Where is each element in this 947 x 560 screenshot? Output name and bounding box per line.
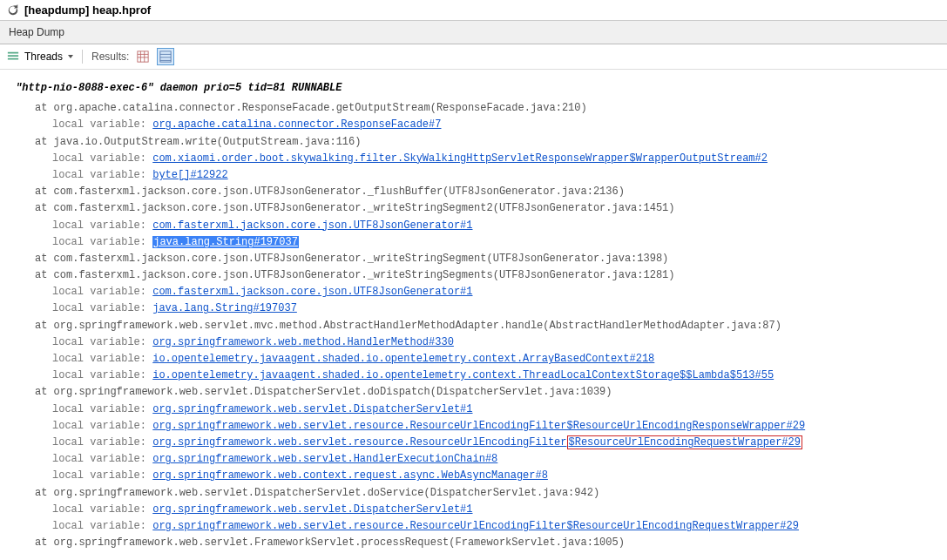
local-label: local variable: xyxy=(52,236,152,248)
object-link[interactable]: com.xiaomi.order.boot.skywalking.filter.… xyxy=(152,152,768,165)
local-variable: local variable: com.fasterxml.jackson.co… xyxy=(16,218,940,234)
svg-rect-0 xyxy=(8,52,18,54)
separator xyxy=(82,50,83,64)
local-variable: local variable: byte[]#12922 xyxy=(16,167,940,184)
chevron-down-icon xyxy=(68,55,73,58)
stack-frame: at com.fasterxml.jackson.core.json.UTF8J… xyxy=(16,200,940,217)
local-variable: local variable: org.springframework.web.… xyxy=(16,435,940,451)
local-variable: local variable: org.springframework.web.… xyxy=(16,418,940,435)
local-variable: local variable: org.springframework.web.… xyxy=(16,518,940,535)
object-link[interactable]: org.apache.catalina.connector.ResponseFa… xyxy=(152,118,441,131)
stack-frame: at org.springframework.web.servlet.Frame… xyxy=(16,535,940,551)
local-variable: local variable: com.xiaomi.order.boot.sk… xyxy=(16,151,940,167)
object-link[interactable]: org.springframework.web.servlet.resource… xyxy=(152,520,799,532)
toolbar: Threads Results: xyxy=(0,44,947,70)
object-link[interactable]: com.fasterxml.jackson.core.json.UTF8Json… xyxy=(152,286,472,298)
local-variable: local variable: io.opentelemetry.javaage… xyxy=(16,368,940,384)
local-variable: local variable: io.opentelemetry.javaage… xyxy=(16,351,940,368)
local-label: local variable: xyxy=(52,503,152,516)
object-link-highlighted[interactable]: $ResourceUrlEncodingRequestWrapper#29 xyxy=(567,435,802,449)
title-filename: heap.hprof xyxy=(92,3,151,17)
thread-header: "http-nio-8088-exec-6" daemon prio=5 tid… xyxy=(16,80,940,97)
local-variable: local variable: org.springframework.web.… xyxy=(16,502,940,518)
local-variable: local variable: org.springframework.web.… xyxy=(16,451,940,468)
local-label: local variable: xyxy=(52,403,152,415)
stack-content: "http-nio-8088-exec-6" daemon prio=5 tid… xyxy=(0,70,947,558)
object-link[interactable]: org.springframework.web.servlet.Dispatch… xyxy=(152,403,472,415)
title-prefix: [heapdump] xyxy=(24,3,89,17)
stack-frame: at org.springframework.web.servlet.mvc.m… xyxy=(16,318,940,334)
refresh-icon xyxy=(7,4,19,17)
local-label: local variable: xyxy=(52,369,152,381)
svg-rect-3 xyxy=(138,51,148,62)
object-link[interactable]: byte[]#12922 xyxy=(152,169,227,181)
local-label: local variable: xyxy=(52,219,152,232)
stack-frame: at com.fasterxml.jackson.core.json.UTF8J… xyxy=(16,184,940,200)
svg-rect-2 xyxy=(8,58,18,60)
object-link[interactable]: org.springframework.web.servlet.Dispatch… xyxy=(152,503,472,516)
local-variable: local variable: org.springframework.web.… xyxy=(16,334,940,351)
local-label: local variable: xyxy=(52,420,152,432)
local-label: local variable: xyxy=(52,169,152,181)
tab-heap-dump[interactable]: Heap Dump xyxy=(9,26,64,38)
list-icon[interactable] xyxy=(7,51,19,63)
local-label: local variable: xyxy=(52,152,152,165)
local-label: local variable: xyxy=(52,353,152,365)
threads-dropdown[interactable]: Threads xyxy=(24,51,73,63)
tab-bar: Heap Dump xyxy=(0,21,947,44)
svg-rect-1 xyxy=(8,55,18,57)
local-label: local variable: xyxy=(52,302,152,314)
object-link[interactable]: org.springframework.web.servlet.resource… xyxy=(152,420,805,432)
stack-frame: at com.fasterxml.jackson.core.json.UTF8J… xyxy=(16,251,940,267)
threads-label: Threads xyxy=(24,51,63,63)
local-variable: local variable: org.apache.catalina.conn… xyxy=(16,117,940,133)
stack-frame: at java.io.OutputStream.write(OutputStre… xyxy=(16,134,940,151)
local-variable: local variable: org.springframework.web.… xyxy=(16,468,940,484)
window-titlebar: [heapdump] heap.hprof xyxy=(0,0,947,21)
local-label: local variable: xyxy=(52,453,152,465)
results-label: Results: xyxy=(91,51,129,63)
local-label: local variable: xyxy=(52,436,152,449)
local-label: local variable: xyxy=(52,336,152,348)
object-link[interactable]: io.opentelemetry.javaagent.shaded.io.ope… xyxy=(152,369,774,381)
frames-container: at org.apache.catalina.connector.Respons… xyxy=(16,100,940,551)
object-link[interactable]: org.springframework.web.servlet.resource… xyxy=(152,436,566,449)
local-variable: local variable: java.lang.String#197037 xyxy=(16,234,940,251)
local-label: local variable: xyxy=(52,118,152,131)
stack-frame: at org.springframework.web.servlet.Dispa… xyxy=(16,485,940,502)
stack-frame: at org.springframework.web.servlet.Dispa… xyxy=(16,384,940,401)
stack-frame: at com.fasterxml.jackson.core.json.UTF8J… xyxy=(16,267,940,284)
local-variable: local variable: java.lang.String#197037 xyxy=(16,300,940,317)
object-link[interactable]: java.lang.String#197037 xyxy=(152,302,297,314)
view-table-button[interactable] xyxy=(134,48,152,65)
object-link[interactable]: org.springframework.web.servlet.HandlerE… xyxy=(152,453,497,465)
object-link[interactable]: org.springframework.web.context.request.… xyxy=(152,469,548,482)
local-variable: local variable: com.fasterxml.jackson.co… xyxy=(16,284,940,300)
local-variable: local variable: org.springframework.web.… xyxy=(16,401,940,418)
local-label: local variable: xyxy=(52,469,152,482)
local-label: local variable: xyxy=(52,520,152,532)
object-link[interactable]: org.springframework.web.method.HandlerMe… xyxy=(152,336,454,348)
object-link[interactable]: io.opentelemetry.javaagent.shaded.io.ope… xyxy=(152,353,654,365)
stack-frame: at org.apache.catalina.connector.Respons… xyxy=(16,100,940,117)
object-link[interactable]: com.fasterxml.jackson.core.json.UTF8Json… xyxy=(152,219,472,232)
view-list-button[interactable] xyxy=(157,48,174,65)
local-label: local variable: xyxy=(52,286,152,298)
object-link[interactable]: java.lang.String#197037 xyxy=(152,236,299,248)
